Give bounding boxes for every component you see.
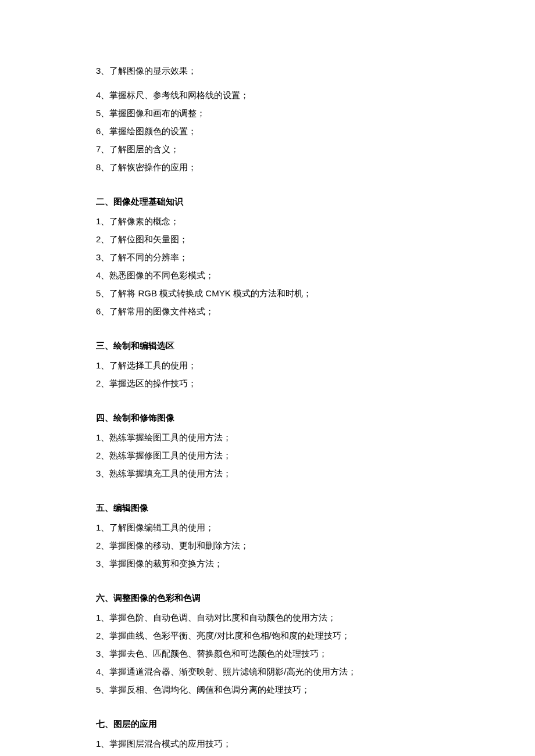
list-item: 3、了解图像的显示效果； [96,64,439,78]
list-item: 3、掌握去色、匹配颜色、替换颜色和可选颜色的处理技巧； [96,647,439,661]
top-section: 3、了解图像的显示效果； 4、掌握标尺、参考线和网格线的设置； 5、掌握图像和画… [96,64,439,174]
section-6: 六、调整图像的色彩和色调 1、掌握色阶、自动色调、自动对比度和自动颜色的使用方法… [96,591,439,697]
section-3: 三、绘制和编辑选区 1、了解选择工具的使用； 2、掌握选区的操作技巧； [96,339,439,390]
list-item: 6、了解常用的图像文件格式； [96,304,439,318]
list-item: 5、掌握图像和画布的调整； [96,106,439,120]
list-item: 5、掌握反相、色调均化、阈值和色调分离的处理技巧； [96,683,439,697]
section-heading: 五、编辑图像 [96,501,439,515]
list-item: 1、了解选择工具的使用； [96,359,439,372]
list-item: 3、了解不同的分辨率； [96,250,439,264]
list-item: 1、了解像素的概念； [96,214,439,228]
section-heading: 六、调整图像的色彩和色调 [96,591,439,605]
list-item: 2、掌握选区的操作技巧； [96,377,439,390]
list-item: 1、掌握图层混合模式的应用技巧； [96,737,439,751]
list-item: 8、了解恢密操作的应用； [96,160,439,174]
section-4: 四、绘制和修饰图像 1、熟练掌握绘图工具的使用方法； 2、熟练掌握修图工具的使用… [96,411,439,481]
list-item: 4、掌握标尺、参考线和网格线的设置； [96,88,439,102]
list-item: 4、熟悉图像的不同色彩模式； [96,268,439,282]
section-heading: 四、绘制和修饰图像 [96,411,439,425]
section-2: 二、图像处理基础知识 1、了解像素的概念； 2、了解位图和矢量图； 3、了解不同… [96,195,439,318]
section-heading: 三、绘制和编辑选区 [96,339,439,353]
document-content: 3、了解图像的显示效果； 4、掌握标尺、参考线和网格线的设置； 5、掌握图像和画… [96,64,439,756]
list-item: 1、了解图像编辑工具的使用； [96,521,439,535]
list-item: 2、掌握图像的移动、更制和删除方法； [96,539,439,553]
section-heading: 七、图层的应用 [96,717,439,731]
list-item: 3、掌握图像的裁剪和变换方法； [96,557,439,571]
list-item: 1、掌握色阶、自动色调、自动对比度和自动颜色的使用方法； [96,611,439,625]
section-7: 七、图层的应用 1、掌握图层混合模式的应用技巧； 2、掌握图层样式添加技巧； [96,717,439,756]
list-item: 2、了解位图和矢量图； [96,232,439,246]
section-5: 五、编辑图像 1、了解图像编辑工具的使用； 2、掌握图像的移动、更制和删除方法；… [96,501,439,571]
list-item: 5、了解将 RGB 模式转换成 CMYK 模式的方法和时机； [96,286,439,300]
list-item: 4、掌握通道混合器、渐变映射、照片滤镜和阴影/高光的使用方法； [96,665,439,679]
list-item: 2、掌握曲线、色彩平衡、亮度/对比度和色相/饱和度的处理技巧； [96,629,439,643]
list-item: 1、熟练掌握绘图工具的使用方法； [96,431,439,445]
list-item: 6、掌握绘图颜色的设置； [96,124,439,138]
list-item: 3、熟练掌握填充工具的使用方法； [96,467,439,481]
list-item: 7、了解图层的含义； [96,142,439,156]
list-item: 2、熟练掌握修图工具的使用方法； [96,449,439,463]
section-heading: 二、图像处理基础知识 [96,195,439,209]
